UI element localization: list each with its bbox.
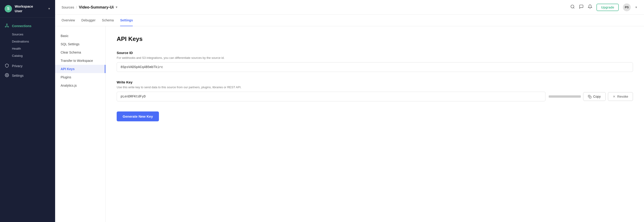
svg-line-8 [574, 8, 574, 9]
sidebar-item-health[interactable]: Health [0, 45, 55, 52]
svg-point-6 [6, 75, 8, 76]
topbar-actions: Upgrade PS ▼ [570, 4, 638, 11]
sidebar-item-destinations[interactable]: Destinations [0, 38, 55, 45]
workspace-logo[interactable]: S Workspace User ▼ [0, 0, 55, 18]
sidebar-item-catalog[interactable]: Catalog [0, 52, 55, 59]
tabs-bar: Overview Debugger Schema Settings [55, 15, 644, 26]
settings-nav-sql-settings[interactable]: SQL Settings [55, 40, 106, 48]
search-icon[interactable] [570, 4, 575, 10]
settings-nav-basic[interactable]: Basic [55, 32, 106, 40]
topbar: Sources / Video-Summary-Ui ▼ Upgrade PS … [55, 0, 644, 15]
privacy-icon [4, 63, 9, 69]
source-id-input[interactable] [117, 62, 633, 72]
breadcrumb: Sources / Video-Summary-Ui ▼ [62, 5, 118, 10]
connections-icon [4, 24, 9, 29]
sidebar: S Workspace User ▼ Connections Sources D… [0, 0, 55, 222]
breadcrumb-sources[interactable]: Sources [62, 5, 74, 9]
logo-icon: S [4, 5, 12, 13]
settings-nav-label: Settings [12, 74, 24, 77]
source-id-label: Source ID [117, 51, 633, 55]
tab-schema[interactable]: Schema [102, 15, 114, 26]
privacy-label: Privacy [12, 64, 22, 68]
settings-nav-clear-schema[interactable]: Clear Schema [55, 48, 106, 57]
generate-new-key-button[interactable]: Generate New Key [117, 111, 159, 121]
svg-point-0 [6, 24, 8, 25]
sidebar-item-settings[interactable]: Settings [0, 71, 55, 80]
svg-rect-9 [589, 96, 591, 98]
settings-nav-analytics-js[interactable]: Analytics.js [55, 81, 106, 90]
workspace-dropdown-icon[interactable]: ▼ [48, 7, 50, 10]
svg-point-7 [571, 5, 574, 8]
write-key-section: Write Key Use this write key to send dat… [117, 80, 633, 101]
write-key-row: Copy ✕ Revoke [117, 92, 633, 101]
tab-overview[interactable]: Overview [62, 15, 75, 26]
workspace-name: Workspace User [15, 4, 33, 13]
settings-nav-transfer-to-workspace[interactable]: Transfer to Workspace [55, 57, 106, 65]
source-id-description: For webhooks and S3 integrations, you ca… [117, 56, 633, 60]
sidebar-item-privacy[interactable]: Privacy [0, 61, 55, 71]
source-dropdown-icon[interactable]: ▼ [115, 6, 118, 9]
sidebar-item-connections[interactable]: Connections [0, 21, 55, 31]
breadcrumb-current-source: Video-Summary-Ui ▼ [79, 5, 118, 10]
copy-icon [588, 95, 592, 98]
tab-settings[interactable]: Settings [120, 15, 133, 26]
copy-button[interactable]: Copy [583, 92, 606, 101]
avatar[interactable]: PS [623, 4, 631, 11]
sidebar-item-sources[interactable]: Sources [0, 31, 55, 38]
breadcrumb-separator: / [76, 5, 77, 9]
settings-icon [4, 73, 9, 78]
main-content: Sources / Video-Summary-Ui ▼ Upgrade PS … [55, 0, 644, 222]
connections-sub-items: Sources Destinations Health Catalog [0, 31, 55, 61]
svg-line-4 [6, 26, 7, 27]
source-id-section: Source ID For webhooks and S3 integratio… [117, 51, 633, 72]
settings-nav-api-keys[interactable]: API Keys [55, 65, 106, 73]
settings-sidebar: Basic SQL Settings Clear Schema Transfer… [55, 26, 106, 222]
settings-nav-plugins[interactable]: Plugins [55, 73, 106, 81]
write-key-input[interactable] [117, 92, 546, 101]
revoke-x-icon: ✕ [613, 95, 616, 98]
upgrade-button[interactable]: Upgrade [596, 4, 619, 11]
api-keys-content: API Keys Source ID For webhooks and S3 i… [106, 26, 644, 222]
write-key-label: Write Key [117, 80, 633, 84]
page-title: API Keys [117, 35, 633, 43]
connections-label: Connections [12, 24, 32, 28]
content-area: Basic SQL Settings Clear Schema Transfer… [55, 26, 644, 222]
avatar-dropdown-icon[interactable]: ▼ [635, 6, 638, 9]
write-key-masked [549, 95, 581, 98]
notifications-icon[interactable] [588, 4, 592, 10]
write-key-description: Use this write key to send data to this … [117, 86, 633, 89]
revoke-button[interactable]: ✕ Revoke [608, 92, 633, 101]
sidebar-nav: Connections Sources Destinations Health … [0, 18, 55, 84]
tab-debugger[interactable]: Debugger [81, 15, 96, 26]
messages-icon[interactable] [579, 4, 584, 10]
svg-line-5 [7, 26, 8, 27]
